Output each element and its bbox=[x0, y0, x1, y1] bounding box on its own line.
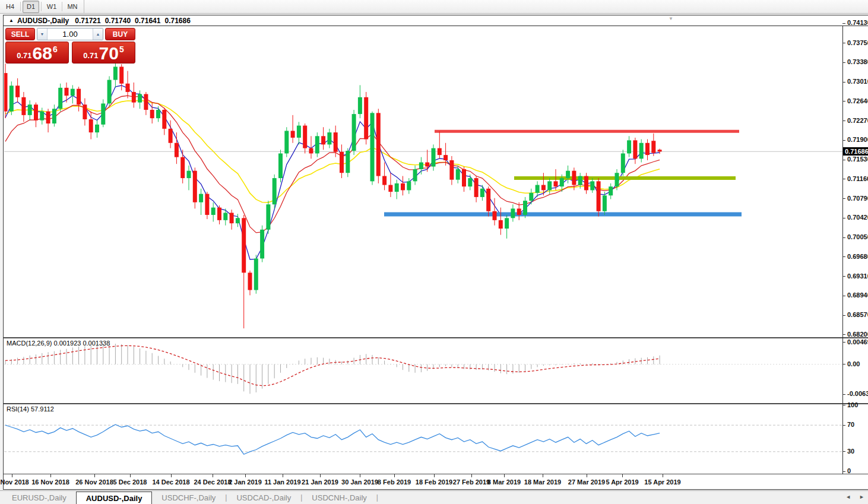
date-axis-tick bbox=[434, 474, 435, 477]
date-axis-label: 8 Feb 2019 bbox=[378, 478, 411, 486]
rsi-axis-label: 0 bbox=[847, 467, 851, 474]
chart-tab-audusd[interactable]: AUDUSD-,Daily bbox=[76, 492, 153, 504]
date-axis-label: 27 Mar 2019 bbox=[568, 478, 605, 486]
toolbar-separator bbox=[20, 2, 21, 11]
sell-button[interactable]: SELL bbox=[5, 28, 35, 40]
toolbar-separator bbox=[62, 2, 62, 11]
date-axis-tick bbox=[394, 474, 395, 477]
open-value: 0.71721 bbox=[75, 17, 100, 25]
macd-axis-label: 0.004694 bbox=[847, 338, 868, 345]
low-value: 0.71641 bbox=[135, 17, 160, 25]
rsi-pane[interactable] bbox=[4, 404, 842, 474]
axis-tick bbox=[842, 342, 845, 343]
price-axis-label: 0.70050 bbox=[847, 233, 868, 240]
date-axis-label: 24 Dec 2018 bbox=[194, 478, 232, 486]
timeframe-toolbar: H4D1W1MN bbox=[0, 0, 868, 14]
timeframe-button-d1[interactable]: D1 bbox=[23, 1, 39, 13]
axis-tick bbox=[842, 425, 845, 426]
date-axis-tick bbox=[245, 474, 246, 477]
price-axis-label: 0.71160 bbox=[847, 175, 868, 182]
date-axis-tick bbox=[587, 474, 587, 477]
price-axis-label: 0.70790 bbox=[847, 195, 868, 202]
date-axis-label: 30 Jan 2019 bbox=[341, 478, 378, 486]
date-axis-label: 2 Jan 2019 bbox=[229, 478, 262, 486]
buy-price-prefix: 0.71 bbox=[83, 51, 98, 60]
date-axis-label: 16 Nov 2018 bbox=[31, 478, 69, 486]
tab-scroll-left-icon[interactable]: ◄ bbox=[845, 494, 851, 500]
axis-tick bbox=[842, 43, 845, 43]
chart-tab-usdcnh[interactable]: USDCNH-,Daily bbox=[302, 492, 376, 504]
tab-scroll-right-icon[interactable]: ► bbox=[859, 494, 864, 500]
date-axis-label: 21 Jan 2019 bbox=[302, 478, 338, 486]
date-axis-tick bbox=[622, 474, 623, 477]
tab-separator: | bbox=[376, 493, 378, 502]
date-axis-label: 15 Apr 2019 bbox=[644, 478, 680, 486]
volume-increase-button[interactable]: ▲ bbox=[93, 28, 103, 40]
price-axis-label: 0.68570 bbox=[847, 311, 868, 318]
date-axis-label: 8 Mar 2019 bbox=[487, 478, 521, 486]
timeframe-button-h4[interactable]: H4 bbox=[2, 1, 18, 13]
date-axis-tick bbox=[94, 474, 95, 477]
chart-tab-usdchf[interactable]: USDCHF-,Daily bbox=[152, 492, 225, 504]
date-axis-tick bbox=[471, 474, 472, 477]
high-value: 0.71740 bbox=[105, 17, 131, 25]
price-axis-label: 0.74130 bbox=[847, 19, 868, 26]
date-axis-label: 11 Jan 2019 bbox=[264, 478, 300, 486]
date-axis-tick bbox=[50, 474, 51, 477]
macd-label: MACD(12,26,9) 0.001923 0.001338 bbox=[7, 340, 110, 347]
price-chart-pane[interactable] bbox=[4, 26, 842, 337]
sell-price-big: 68 bbox=[33, 45, 52, 62]
date-axis-tick bbox=[130, 474, 131, 477]
buy-price-big: 70 bbox=[99, 45, 119, 62]
chart-tab-usdcad[interactable]: USDCAD-,Daily bbox=[227, 492, 300, 504]
axis-tick bbox=[842, 140, 845, 141]
one-click-trading-panel: SELL ▼ ▲ BUY 0.71 68 6 0.71 70 5 bbox=[5, 28, 135, 64]
axis-tick bbox=[842, 198, 845, 199]
date-axis-tick bbox=[213, 474, 213, 477]
price-axis-label: 0.73010 bbox=[847, 78, 868, 85]
date-axis-label: 5 Dec 2018 bbox=[113, 478, 147, 486]
axis-tick bbox=[842, 256, 845, 257]
buy-button[interactable]: BUY bbox=[105, 28, 135, 40]
axis-tick bbox=[842, 23, 845, 24]
date-axis-label: 26 Nov 2018 bbox=[75, 478, 113, 486]
date-axis-label: 14 Dec 2018 bbox=[153, 478, 190, 486]
volume-input[interactable] bbox=[47, 28, 93, 40]
macd-axis-label: -0.00639 bbox=[847, 390, 868, 397]
buy-price-display[interactable]: 0.71 70 5 bbox=[72, 42, 135, 64]
axis-tick bbox=[842, 62, 845, 63]
volume-decrease-button[interactable]: ▼ bbox=[37, 28, 47, 40]
axis-tick bbox=[842, 101, 845, 102]
chart-tab-bar: EURUSD-,DailyAUDUSD-,DailyUSDCHF-,Daily|… bbox=[0, 490, 868, 504]
sell-price-display[interactable]: 0.71 68 6 bbox=[5, 42, 69, 64]
date-axis-label: 27 Feb 2019 bbox=[453, 478, 490, 486]
chart-shift-marker-icon[interactable]: ▼ bbox=[669, 16, 673, 21]
volume-stepper: ▼ ▲ bbox=[37, 28, 103, 40]
price-axis-label: 0.68940 bbox=[847, 291, 868, 299]
date-axis-separator bbox=[4, 474, 868, 474]
axis-tick bbox=[842, 334, 845, 335]
axis-tick bbox=[842, 276, 845, 277]
date-axis-label: 18 Feb 2019 bbox=[416, 478, 452, 486]
chart-tab-eurusd[interactable]: EURUSD-,Daily bbox=[2, 492, 76, 504]
date-axis-tick bbox=[12, 474, 12, 477]
date-axis-tick bbox=[320, 474, 321, 477]
timeframe-button-w1[interactable]: W1 bbox=[43, 1, 60, 13]
toolbar-separator bbox=[41, 2, 42, 11]
axis-tick bbox=[842, 405, 845, 405]
date-axis-tick bbox=[283, 474, 283, 477]
macd-pane[interactable] bbox=[4, 338, 842, 402]
timeframe-button-mn[interactable]: MN bbox=[64, 1, 81, 13]
date-axis-label: 5 Apr 2019 bbox=[606, 478, 638, 486]
sell-price-pip: 6 bbox=[53, 45, 58, 54]
axis-tick bbox=[842, 364, 845, 364]
macd-axis-label: 0.00 bbox=[847, 360, 860, 367]
close-value: 0.71686 bbox=[164, 17, 190, 25]
axis-tick bbox=[842, 218, 845, 218]
price-axis-label: 0.71900 bbox=[847, 136, 868, 143]
price-axis-label: 0.72640 bbox=[847, 97, 868, 104]
toolbar-group-separator bbox=[84, 0, 84, 13]
price-axis-label: 0.72270 bbox=[847, 117, 868, 124]
price-axis-label: 0.71530 bbox=[847, 156, 868, 163]
trade-panel-collapse-icon[interactable]: ▲ bbox=[9, 18, 14, 23]
